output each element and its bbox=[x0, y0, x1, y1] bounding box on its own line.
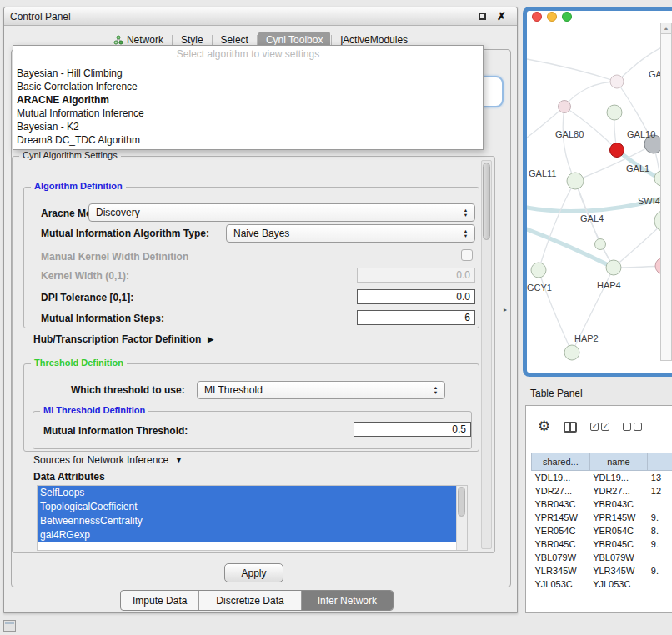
tab-discretize-data[interactable]: Discretize Data bbox=[199, 591, 301, 610]
popup-item-mutual-information[interactable]: Mutual Information Inference bbox=[13, 107, 483, 120]
which-threshold-select[interactable]: MI Threshold ▲▼ bbox=[197, 381, 445, 399]
table-cell[interactable]: YER054C bbox=[589, 524, 648, 538]
popup-placeholder: Select algorithm to view settings bbox=[13, 48, 483, 61]
table-row[interactable]: YDL19...YDL19...13 bbox=[532, 471, 672, 484]
network-node[interactable] bbox=[595, 239, 606, 250]
column-header[interactable]: name bbox=[589, 453, 648, 471]
network-node[interactable] bbox=[567, 172, 584, 189]
network-node[interactable] bbox=[531, 262, 546, 278]
table-row[interactable]: YLR345WYLR345W9. bbox=[532, 564, 672, 578]
network-edge[interactable] bbox=[575, 181, 614, 268]
network-canvas[interactable]: GAL8 GAL80 GAL10 GAL11 GAL1 SWI4 GAL4 GC… bbox=[527, 11, 672, 372]
hub-definition-toggle[interactable]: Hub/Transcription Factor Definition ▶ bbox=[33, 333, 213, 345]
table-cell[interactable] bbox=[648, 551, 672, 564]
popup-item-bayesian-hill-climbing[interactable]: Bayesian - Hill Climbing bbox=[13, 67, 483, 80]
popup-item-basic-correlation[interactable]: Basic Correlation Inference bbox=[13, 80, 483, 93]
table-row[interactable]: YDR27...YDR27...12 bbox=[532, 484, 672, 498]
popup-item-bayesian-k2[interactable]: Bayesian - K2 bbox=[13, 120, 483, 133]
kernel-width-field[interactable] bbox=[357, 268, 475, 282]
table-cell[interactable]: YBL079W bbox=[532, 551, 590, 564]
table-cell[interactable]: YBR045C bbox=[532, 538, 590, 551]
table-cell[interactable]: YDR27... bbox=[532, 484, 590, 498]
table-cell[interactable] bbox=[648, 578, 672, 591]
column-header[interactable] bbox=[648, 453, 672, 471]
network-edge[interactable] bbox=[563, 107, 575, 181]
columns-icon[interactable] bbox=[564, 422, 577, 432]
table-row[interactable]: YJL053CYJL053C bbox=[532, 578, 672, 591]
network-edge[interactable] bbox=[564, 82, 617, 107]
table-cell[interactable]: 12 bbox=[648, 484, 672, 498]
zoom-traffic-light[interactable] bbox=[562, 12, 572, 22]
table-cell[interactable]: YPR145W bbox=[532, 511, 590, 524]
network-node-selected[interactable] bbox=[610, 143, 624, 158]
table-cell[interactable] bbox=[648, 498, 672, 511]
network-edge[interactable] bbox=[539, 181, 575, 270]
network-node[interactable] bbox=[606, 260, 621, 275]
table-cell[interactable]: YDL19... bbox=[589, 471, 648, 484]
sources-toggle[interactable]: Sources for Network Inference ▼ bbox=[33, 454, 183, 466]
table-row[interactable]: YBL079WYBL079W bbox=[532, 551, 672, 564]
table-cell[interactable]: YER054C bbox=[532, 524, 590, 538]
table-cell[interactable]: YJL053C bbox=[589, 578, 648, 591]
table-cell[interactable]: 9. bbox=[648, 511, 672, 524]
table-cell[interactable]: YJL053C bbox=[532, 578, 590, 591]
table-cell[interactable]: YLR345W bbox=[532, 564, 590, 578]
settings-scrollbar[interactable] bbox=[481, 160, 492, 549]
manual-kernel-checkbox[interactable] bbox=[461, 249, 473, 261]
table-cell[interactable]: YBR043C bbox=[532, 498, 590, 511]
tab-impute-data[interactable]: Impute Data bbox=[121, 591, 199, 610]
mi-type-select[interactable]: Naive Bayes ▲▼ bbox=[226, 224, 475, 242]
table-cell[interactable]: 13 bbox=[648, 471, 672, 484]
aracne-mode-select[interactable]: Discovery ▲▼ bbox=[88, 203, 475, 222]
table-cell[interactable]: YLR345W bbox=[589, 564, 648, 578]
apply-button[interactable]: Apply bbox=[224, 563, 283, 582]
table-cell[interactable]: 9. bbox=[648, 538, 672, 551]
table-cell[interactable]: YDR27... bbox=[589, 484, 648, 498]
attribute-item-selfloops[interactable]: SelfLoops bbox=[38, 486, 456, 500]
popup-item-aracne[interactable]: ARACNE Algorithm bbox=[13, 93, 483, 107]
select-all-icon[interactable]: ✓ ✓ bbox=[590, 422, 609, 431]
control-panel-titlebar[interactable]: Control Panel ✗ bbox=[4, 8, 517, 26]
network-node[interactable] bbox=[610, 75, 624, 88]
network-icon bbox=[113, 35, 123, 45]
table-row[interactable]: YPR145WYPR145W9. bbox=[532, 511, 672, 524]
table-cell[interactable]: YPR145W bbox=[589, 511, 648, 524]
table-cell[interactable]: YBR043C bbox=[589, 498, 648, 511]
network-edge[interactable] bbox=[527, 59, 617, 82]
network-node[interactable] bbox=[559, 101, 571, 113]
deselect-all-icon[interactable] bbox=[623, 422, 642, 431]
column-header[interactable]: shared... bbox=[532, 453, 590, 471]
attribute-item-topologicalcoefficient[interactable]: TopologicalCoefficient bbox=[38, 500, 456, 514]
table-row[interactable]: YBR043CYBR043C bbox=[532, 498, 672, 511]
settings-group-title: Cyni Algorithm Settings bbox=[19, 150, 121, 160]
table-header-row: shared... name bbox=[532, 453, 672, 471]
attribute-item-gal4rgexp[interactable]: gal4RGexp bbox=[38, 528, 456, 542]
attribute-list-scrollbar[interactable] bbox=[456, 486, 467, 550]
network-node[interactable] bbox=[564, 345, 579, 360]
scroll-up-icon[interactable]: ▲ bbox=[661, 23, 671, 34]
splitter-arrow-icon[interactable]: ▸ bbox=[504, 306, 507, 313]
close-traffic-light[interactable] bbox=[532, 12, 542, 22]
table-cell[interactable]: YBL079W bbox=[589, 551, 648, 564]
network-node[interactable] bbox=[607, 105, 622, 120]
gear-icon[interactable]: ⚙ bbox=[538, 419, 550, 434]
mi-steps-field[interactable] bbox=[357, 310, 475, 325]
tab-infer-network[interactable]: Infer Network bbox=[302, 591, 393, 610]
close-icon[interactable]: ✗ bbox=[497, 10, 506, 23]
attribute-list-scrollbar-thumb[interactable] bbox=[458, 487, 465, 517]
table-cell[interactable]: 9. bbox=[648, 564, 672, 578]
mi-threshold-field[interactable] bbox=[354, 422, 471, 437]
table-cell[interactable]: YDL19... bbox=[532, 471, 590, 484]
float-window-icon[interactable] bbox=[479, 12, 486, 20]
table-row[interactable]: YER054CYER054C8. bbox=[532, 524, 672, 538]
table-cell[interactable]: 8. bbox=[648, 524, 672, 538]
network-scrollbar[interactable]: ▲ bbox=[660, 22, 672, 361]
table-row[interactable]: YBR045CYBR045C9. bbox=[532, 538, 672, 551]
minimized-window-icon[interactable] bbox=[3, 620, 16, 632]
attribute-item-betweennesscentrality[interactable]: BetweennessCentrality bbox=[38, 514, 456, 528]
settings-scrollbar-thumb[interactable] bbox=[483, 162, 490, 240]
table-cell[interactable]: YBR045C bbox=[589, 538, 648, 551]
dpi-tolerance-field[interactable] bbox=[357, 289, 475, 304]
minimize-traffic-light[interactable] bbox=[547, 12, 557, 22]
popup-item-dream8[interactable]: Dream8 DC_TDC Algorithm bbox=[13, 133, 483, 147]
